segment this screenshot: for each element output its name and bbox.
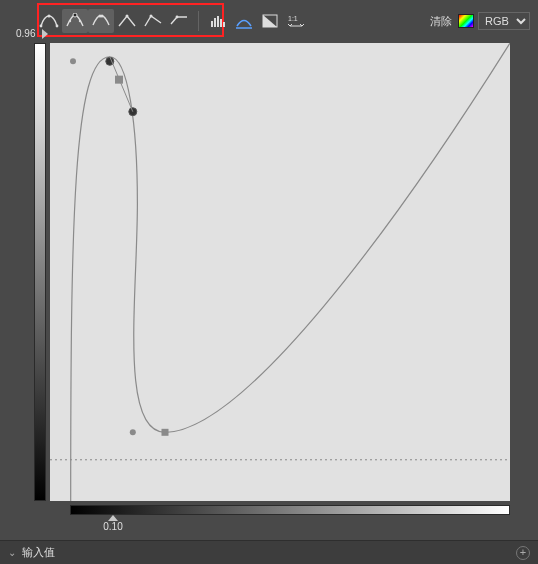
svg-point-4 xyxy=(69,20,71,22)
curve-editor[interactable] xyxy=(50,43,510,501)
svg-rect-26 xyxy=(162,429,169,436)
curve-smooth-icon[interactable] xyxy=(36,9,62,33)
x-axis-value: 0.10 xyxy=(103,521,122,532)
y-axis-value: 0.96 xyxy=(16,28,35,39)
svg-rect-12 xyxy=(214,18,216,27)
svg-point-7 xyxy=(101,15,104,18)
svg-rect-11 xyxy=(211,21,213,27)
svg-point-1 xyxy=(40,25,43,28)
svg-point-0 xyxy=(47,14,50,17)
input-value-label: 输入值 xyxy=(22,545,55,560)
gradient-tool-icon[interactable] xyxy=(231,9,257,33)
svg-point-21 xyxy=(70,58,76,64)
channel-select[interactable]: RGB xyxy=(478,12,530,30)
svg-point-5 xyxy=(79,20,81,22)
curve-cut-icon[interactable] xyxy=(88,9,114,33)
add-button[interactable]: + xyxy=(516,546,530,560)
svg-point-3 xyxy=(73,13,77,17)
svg-rect-15 xyxy=(223,22,225,27)
svg-point-9 xyxy=(150,15,153,18)
svg-text:1:1: 1:1 xyxy=(288,15,298,22)
svg-point-10 xyxy=(176,16,179,19)
input-gradient xyxy=(70,505,510,515)
input-value-panel[interactable]: ⌄ 输入值 + xyxy=(0,540,538,564)
invert-icon[interactable] xyxy=(257,9,283,33)
svg-rect-14 xyxy=(220,19,222,27)
reset-icon[interactable]: 1:1 xyxy=(283,9,309,33)
y-axis-marker-icon xyxy=(42,29,48,39)
curve-linear1-icon[interactable] xyxy=(114,9,140,33)
svg-rect-13 xyxy=(217,16,219,27)
histogram-icon[interactable] xyxy=(205,9,231,33)
curve-linear2-icon[interactable] xyxy=(140,9,166,33)
svg-point-2 xyxy=(56,25,59,28)
clear-button[interactable]: 清除 xyxy=(430,14,452,29)
svg-line-27 xyxy=(110,57,133,112)
rgb-swatch-icon xyxy=(458,14,474,28)
chevron-down-icon: ⌄ xyxy=(8,547,16,558)
curves-toolbar: 1:1 清除 RGB xyxy=(0,8,538,34)
output-gradient xyxy=(34,43,46,501)
curve-flat-icon[interactable] xyxy=(166,9,192,33)
curve-point-icon[interactable] xyxy=(62,9,88,33)
svg-point-25 xyxy=(130,429,136,435)
toolbar-divider xyxy=(198,11,199,31)
svg-point-8 xyxy=(126,15,129,18)
